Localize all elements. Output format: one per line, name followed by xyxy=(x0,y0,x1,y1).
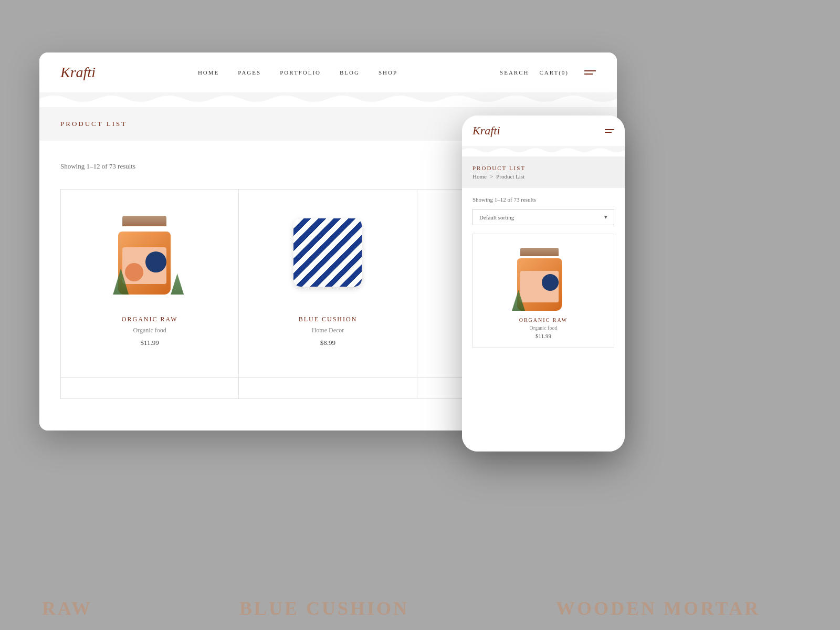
jar-blue-circle xyxy=(145,251,166,272)
search-button[interactable]: SEARCH xyxy=(500,69,529,76)
jar-label xyxy=(122,247,166,284)
ham-line-1 xyxy=(584,70,596,71)
product-card-bottom-2 xyxy=(239,378,417,398)
product-card-1[interactable]: ORGANIC RAW Organic food $11.99 xyxy=(61,190,239,377)
product-price-1: $11.99 xyxy=(141,339,159,347)
nav-shop[interactable]: SHOP xyxy=(379,69,397,76)
mobile-breadcrumb-current: Product List xyxy=(496,173,524,180)
mobile-product-card[interactable]: ORGANIC RAW Organic food $11.99 xyxy=(472,234,614,348)
product-name-1: ORGANIC RAW xyxy=(122,316,178,323)
bg-label-2: BLUE CUSHION xyxy=(239,597,409,630)
background-products: RAW BLUE CUSHION WOODEN MORTAR xyxy=(0,525,840,630)
mobile-product-category: Organic food xyxy=(530,325,558,331)
mobile-content: Showing 1–12 of 73 results Default sorti… xyxy=(462,188,625,452)
product-name-2: BLUE CUSHION xyxy=(299,316,358,323)
ham-line-2 xyxy=(584,74,593,75)
mobile-page-title: PRODUCT LIST xyxy=(472,165,614,171)
mobile-hero: PRODUCT LIST Home > Product List xyxy=(462,156,625,188)
product-price-2: $8.99 xyxy=(320,339,335,347)
product-category-1: Organic food xyxy=(133,327,166,334)
mobile-logo[interactable]: Krafti xyxy=(472,124,500,138)
mobile-product-price: $11.99 xyxy=(536,333,551,339)
cart-button[interactable]: CART(0) xyxy=(539,69,569,76)
wave-divider xyxy=(39,92,617,107)
site-actions: SEARCH CART(0) xyxy=(500,69,596,76)
jar-orange-circle xyxy=(125,263,143,281)
nav-blog[interactable]: BLOG xyxy=(340,69,360,76)
jar-herb-right xyxy=(171,274,184,295)
nav-pages[interactable]: PAGES xyxy=(238,69,261,76)
mobile-jar-area xyxy=(512,243,575,311)
menu-icon[interactable] xyxy=(584,70,596,75)
mobile-window: Krafti PRODUCT LIST Home > Product List … xyxy=(462,116,625,452)
mobile-jar-label xyxy=(520,271,559,302)
mobile-jar-lid xyxy=(520,248,559,256)
mobile-ham-1 xyxy=(605,129,614,130)
mobile-chevron-icon: ▾ xyxy=(604,214,607,220)
jar-lid xyxy=(122,216,166,226)
cushion-shape xyxy=(293,218,362,287)
product-image-2 xyxy=(280,205,375,300)
product-image-1 xyxy=(102,205,197,300)
mobile-sort-dropdown[interactable]: Default sorting ▾ xyxy=(472,209,614,225)
nav-portfolio[interactable]: PORTFOLIO xyxy=(280,69,321,76)
page-title: PRODUCT LIST xyxy=(60,120,127,128)
nav-home[interactable]: HOME xyxy=(198,69,219,76)
mobile-results-count: Showing 1–12 of 73 results xyxy=(472,196,614,203)
mobile-menu-icon[interactable] xyxy=(605,129,614,133)
site-logo[interactable]: Krafti xyxy=(60,64,96,81)
jar-illustration xyxy=(113,211,186,295)
site-header: Krafti HOME PAGES PORTFOLIO BLOG SHOP SE… xyxy=(39,52,617,92)
mobile-breadcrumb-sep: > xyxy=(490,173,493,180)
product-category-2: Home Decor xyxy=(312,327,344,334)
main-nav: HOME PAGES PORTFOLIO BLOG SHOP xyxy=(198,69,397,76)
product-card-2[interactable]: BLUE CUSHION Home Decor $8.99 xyxy=(239,190,417,377)
mobile-wave xyxy=(462,146,625,156)
mobile-jar-blue xyxy=(542,274,559,291)
product-card-bottom-1 xyxy=(61,378,239,398)
bg-label-3: WOODEN MORTAR xyxy=(556,597,760,630)
mobile-product-name: ORGANIC RAW xyxy=(519,317,568,323)
mobile-ham-2 xyxy=(605,132,612,133)
mobile-breadcrumb-home[interactable]: Home xyxy=(472,173,487,180)
mobile-breadcrumb: Home > Product List xyxy=(472,173,614,180)
mobile-header: Krafti xyxy=(462,116,625,146)
bg-label-1: RAW xyxy=(42,597,92,630)
mobile-sort-label: Default sorting xyxy=(479,214,514,220)
results-count: Showing 1–12 of 73 results xyxy=(60,162,135,171)
cushion-illustration xyxy=(286,211,370,295)
